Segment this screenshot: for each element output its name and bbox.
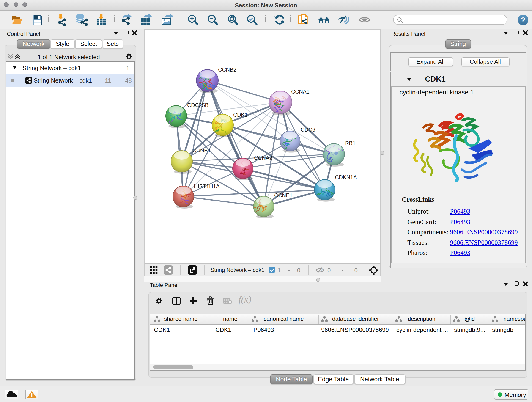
svg-text:CCNE1: CCNE1	[274, 192, 292, 198]
svg-text:RB1: RB1	[345, 140, 355, 146]
svg-text:HIST1H1A: HIST1H1A	[194, 183, 220, 189]
svg-text:CDC6: CDC6	[300, 127, 315, 133]
svg-text:CCNB2: CCNB2	[218, 67, 236, 73]
svg-text:CDC25B: CDC25B	[187, 102, 208, 108]
svg-text:CDK1: CDK1	[233, 112, 247, 118]
svg-text:CDKN1A: CDKN1A	[335, 174, 357, 180]
svg-text:CCNB1: CCNB1	[192, 148, 210, 153]
svg-text:CCNA2: CCNA2	[254, 155, 272, 161]
svg-text:CCNA1: CCNA1	[291, 89, 309, 95]
